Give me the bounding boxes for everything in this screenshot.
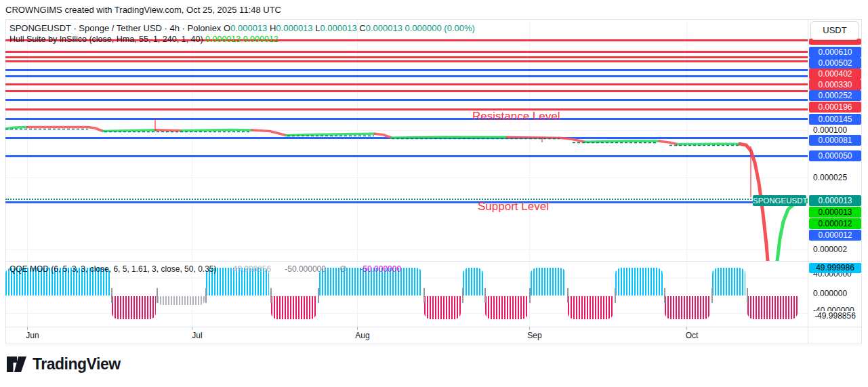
price-label: 0.000013 xyxy=(809,195,861,206)
hull-band-segment xyxy=(659,141,678,144)
price-label: 0.000502 xyxy=(809,58,861,68)
change-value: 0.000000 (0.00%) xyxy=(405,23,475,33)
price-label: 0.000145 xyxy=(809,114,861,125)
indicator-title[interactable]: Hull Suite by InSilico (close, Hma, 55, … xyxy=(9,35,203,44)
qqe-bottom-value-badge: -49.998856 xyxy=(809,311,861,321)
indicator-legend[interactable]: Hull Suite by InSilico (close, Hma, 55, … xyxy=(9,35,278,44)
hull-band-segment xyxy=(156,130,182,131)
ohlc-value: 0.000013 xyxy=(230,23,267,33)
price-scale-tick: 0.000025 xyxy=(813,173,847,182)
ohlc-key: L xyxy=(313,23,321,33)
qqe-transition-tick xyxy=(270,288,272,303)
last-price-symbol-tag: SPONGEUSDT xyxy=(753,195,806,206)
hull-band-segment xyxy=(27,127,103,131)
price-label: 0.000610 xyxy=(809,47,861,58)
qqe-transition-tick xyxy=(111,288,112,303)
hull-band-segment xyxy=(392,137,507,138)
axis-divider xyxy=(5,327,862,327)
hull-band-segment xyxy=(182,130,252,131)
tradingview-wordmark: TradingView xyxy=(33,355,121,373)
hull-band-segment xyxy=(286,134,375,136)
qqe-values: -49.998856-50.000000∅-50.000000 xyxy=(223,264,408,274)
qqe-transition-tick xyxy=(205,288,207,303)
qqe-top-value-badge: 49.999986 xyxy=(809,263,861,273)
hull-band-segment xyxy=(678,144,740,144)
qqe-bar-segment-pink xyxy=(665,296,710,319)
tradingview-logo-icon xyxy=(7,357,27,373)
time-axis-month-label: Sep xyxy=(527,331,541,340)
qqe-bar-segment-pink xyxy=(112,296,156,319)
qqe-value: -49.998856 xyxy=(230,264,271,274)
time-axis-month-label: Aug xyxy=(355,331,369,340)
ohlc-values: O0.000013 H0.000013 L0.000013 C0.000013 xyxy=(224,23,402,33)
hull-value: 0.000013 xyxy=(205,35,241,44)
qqe-value: -50.000000 xyxy=(285,264,326,274)
price-label: 0.000402 xyxy=(809,68,861,79)
price-scale-tick: 0.000100 xyxy=(813,125,847,135)
qqe-bar-segment-pink xyxy=(485,296,528,319)
qqe-bar-segment-cyan xyxy=(531,268,566,296)
time-axis-month-label: Jun xyxy=(26,331,39,340)
hull-band-segment xyxy=(777,201,808,261)
hull-band-segment xyxy=(375,134,392,138)
qqe-bar-segment-gray xyxy=(157,296,205,305)
price-label: 0.000050 xyxy=(809,150,861,161)
qqe-transition-tick xyxy=(529,288,531,303)
price-label: 0.000012 xyxy=(809,230,861,241)
ohlc-key: H xyxy=(267,23,276,33)
qqe-transition-tick xyxy=(747,288,748,303)
qqe-transition-tick xyxy=(157,288,158,303)
qqe-bar-segment-pink xyxy=(747,296,798,319)
qqe-value: ∅ xyxy=(339,264,346,274)
qqe-value: -50.000000 xyxy=(360,264,401,274)
qqe-transition-tick xyxy=(664,288,665,303)
time-axis-tick xyxy=(686,327,687,330)
qqe-bar-segment-cyan xyxy=(463,268,483,296)
hull-band-segment xyxy=(585,141,659,142)
qqe-transition-tick xyxy=(423,288,425,303)
qqe-title[interactable]: QQE MOD (6, 5, 3, 3, close, 6, 5, 1.61, … xyxy=(9,264,216,274)
time-axis-month-label: Oct xyxy=(686,331,699,340)
symbol-legend[interactable]: SPONGEUSDT · Sponge / Tether USD · 4h · … xyxy=(9,23,475,33)
qqe-bar-segment-cyan xyxy=(712,268,745,296)
time-axis-tick xyxy=(27,327,28,330)
time-axis-tick xyxy=(357,327,358,330)
pane-divider[interactable] xyxy=(5,261,862,262)
qqe-bar-segment-cyan xyxy=(615,268,663,296)
qqe-transition-tick xyxy=(484,288,486,303)
ohlc-key: O xyxy=(224,23,230,33)
price-pane-plot[interactable] xyxy=(5,19,808,261)
resistance-level-label: Resistance Level xyxy=(472,110,560,123)
qqe-bar-segment-pink xyxy=(271,296,316,319)
ohlc-key: C xyxy=(357,23,366,33)
ohlc-value: 0.000013 xyxy=(276,23,312,33)
hull-band-segment xyxy=(5,127,27,129)
qqe-transition-tick xyxy=(615,288,616,303)
hull-value: 0.000012 xyxy=(241,35,278,44)
currency-toggle-button[interactable]: USDT xyxy=(810,21,859,40)
qqe-transition-tick xyxy=(462,288,463,303)
price-label: 0.000013 xyxy=(809,207,861,218)
indicator-values: 0.000013 0.000012 xyxy=(205,35,278,44)
price-scale-tick: 0.000002 xyxy=(813,245,847,254)
time-axis-month-label: Jul xyxy=(192,331,202,340)
ohlc-value: 0.000013 xyxy=(366,23,402,33)
qqe-transition-tick xyxy=(567,288,569,303)
qqe-bar-segment-pink xyxy=(424,296,461,319)
hull-band-segment xyxy=(252,130,286,136)
hull-band-segment xyxy=(507,138,585,142)
qqe-legend[interactable]: QQE MOD (6, 5, 3, 3, close, 6, 5, 1.61, … xyxy=(9,264,415,274)
qqe-transition-tick xyxy=(318,288,319,303)
qqe-bar-segment-pink xyxy=(568,296,613,319)
ohlc-value: 0.000013 xyxy=(320,23,356,33)
tradingview-logo[interactable]: TradingView xyxy=(7,355,121,373)
symbol-title[interactable]: SPONGEUSDT · Sponge / Tether USD · 4h · … xyxy=(9,23,221,33)
price-label: 0.000330 xyxy=(809,79,861,90)
price-label: 0.000196 xyxy=(809,102,861,113)
tradingview-chart-screenshot: CROWNGIMS created with TradingView.com, … xyxy=(0,0,868,387)
price-label: 0.000081 xyxy=(809,135,861,146)
support-level-label: Support Level xyxy=(478,200,549,213)
price-label: 0.000012 xyxy=(809,218,861,229)
time-axis-tick xyxy=(192,327,192,330)
hull-band-segment xyxy=(103,130,156,131)
